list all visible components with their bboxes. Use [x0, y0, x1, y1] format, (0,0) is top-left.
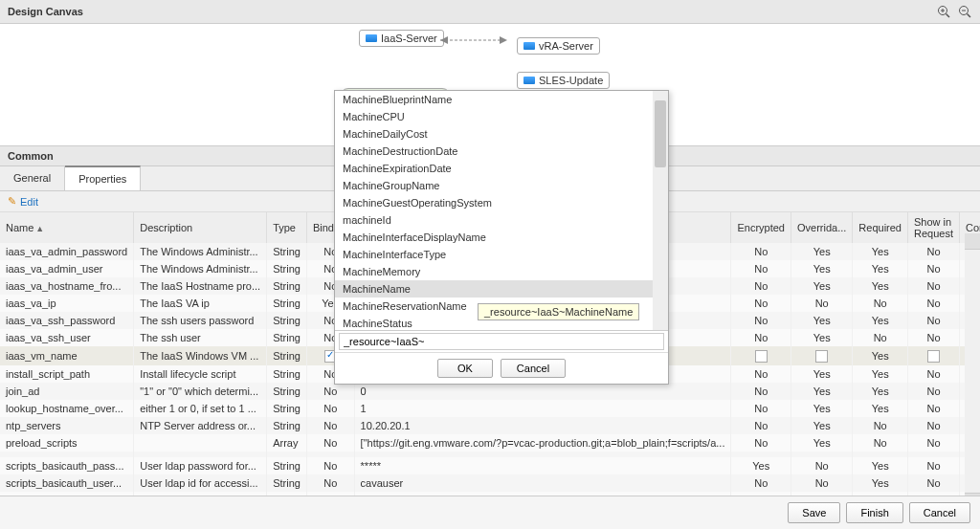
dropdown-input[interactable] [339, 333, 664, 350]
col-required[interactable]: Required [853, 212, 908, 243]
dropdown-item[interactable]: MachineMemory [335, 263, 668, 280]
cancel-button[interactable]: Cancel [909, 502, 970, 523]
col-description[interactable]: Description [134, 212, 267, 243]
edit-link[interactable]: Edit [20, 196, 38, 208]
checkbox[interactable] [755, 350, 768, 363]
checkbox[interactable] [815, 350, 828, 363]
dropdown-item[interactable]: MachineExpirationDate [335, 160, 668, 177]
table-row[interactable]: preload_scriptsArrayNo["https://git.eng.… [0, 434, 980, 452]
server-icon [523, 77, 535, 84]
design-canvas-title: Design Canvas [8, 6, 83, 17]
checkbox[interactable] [927, 350, 940, 363]
server-icon [366, 34, 377, 42]
dropdown-ok-button[interactable]: OK [437, 359, 493, 378]
vertical-scrollbar[interactable] [965, 233, 980, 509]
dropdown-item[interactable]: MachineGuestOperatingSystem [335, 194, 668, 211]
dropdown-item[interactable]: MachineDestructionDate [335, 143, 668, 160]
dropdown-item[interactable]: MachineGroupName [335, 177, 668, 194]
connector-arrow [440, 35, 507, 45]
binding-dropdown[interactable]: MachineBlueprintNameMachineCPUMachineDai… [334, 90, 669, 385]
table-row[interactable]: lookup_hostname_over...either 1 or 0, if… [0, 400, 980, 417]
server-icon [523, 42, 535, 50]
svg-line-1 [947, 14, 950, 18]
tab-general[interactable]: General [0, 166, 65, 190]
table-row[interactable]: scripts_basicauth_pass...User ldap passw… [0, 457, 980, 474]
binding-tooltip: _resource~IaaS~MachineName [478, 303, 639, 320]
dropdown-item[interactable]: MachineInterfaceDisplayName [335, 229, 668, 246]
dropdown-item[interactable]: MachineInterfaceType [335, 246, 668, 263]
finish-button[interactable]: Finish [846, 502, 902, 523]
zoom-in-icon[interactable] [936, 4, 951, 19]
dropdown-item[interactable]: MachineBlueprintName [335, 91, 668, 108]
node-vra-server[interactable]: vRA-Server [517, 37, 600, 55]
node-iaas-server[interactable]: IaaS-Server [359, 30, 444, 47]
col-type[interactable]: Type [267, 212, 307, 243]
footer: Save Finish Cancel [0, 496, 980, 529]
col-name[interactable]: Name▲ [0, 212, 134, 243]
dropdown-cancel-button[interactable]: Cancel [501, 359, 566, 378]
node-sles-update[interactable]: SLES-Update [517, 72, 610, 89]
dropdown-item[interactable]: machineId [335, 211, 668, 229]
dropdown-list[interactable]: MachineBlueprintNameMachineCPUMachineDai… [335, 91, 668, 330]
sort-asc-icon: ▲ [35, 224, 44, 233]
zoom-out-icon[interactable] [957, 4, 972, 19]
table-row[interactable]: join_ad"1" or "0" which determi...String… [0, 383, 980, 400]
col-show-in-request[interactable]: Show in Request [907, 212, 959, 243]
table-row[interactable]: ntp_serversNTP Server address or...Strin… [0, 417, 980, 434]
dropdown-item[interactable]: MachineName [335, 280, 668, 298]
dropdown-item[interactable]: MachineCPU [335, 108, 668, 125]
tab-properties[interactable]: Properties [65, 165, 141, 190]
svg-marker-9 [440, 36, 448, 44]
save-button[interactable]: Save [788, 502, 840, 523]
pencil-icon: ✎ [8, 195, 16, 208]
col-encrypted[interactable]: Encrypted [731, 212, 791, 243]
table-row[interactable]: scripts_basicauth_user...User ldap id fo… [0, 474, 980, 492]
col-overridable[interactable]: Overrida... [791, 212, 852, 243]
dropdown-scrollbar[interactable] [653, 91, 668, 330]
svg-marker-8 [500, 36, 507, 44]
svg-line-5 [968, 14, 971, 18]
design-canvas-header: Design Canvas [0, 0, 980, 24]
dropdown-item[interactable]: MachineDailyCost [335, 125, 668, 143]
